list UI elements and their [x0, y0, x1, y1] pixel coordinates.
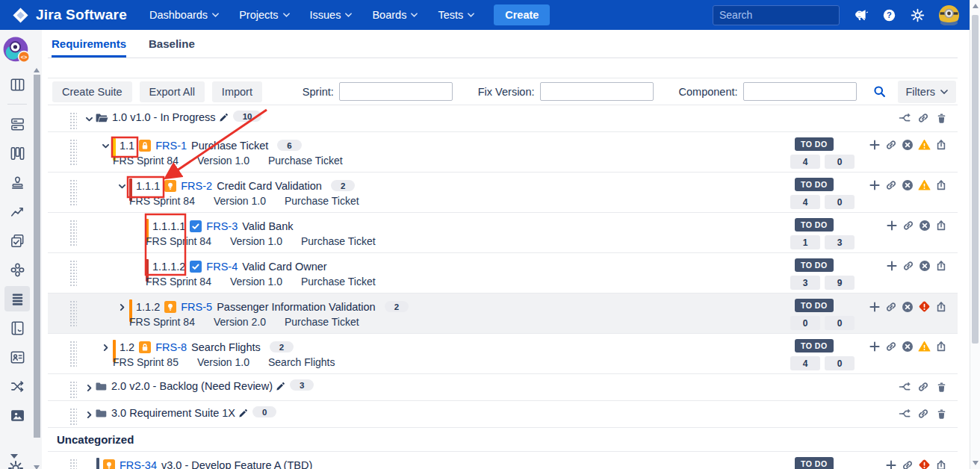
sprint-input[interactable] — [339, 82, 453, 101]
create-child-button[interactable] — [899, 381, 911, 393]
link-button[interactable] — [885, 179, 897, 191]
delete-button[interactable] — [936, 409, 947, 420]
sidebar-item-notebook[interactable] — [4, 315, 30, 341]
sidebar-item-queue[interactable] — [4, 111, 30, 137]
sidebar-scrollbar-thumb[interactable] — [34, 75, 40, 438]
link-button[interactable] — [902, 260, 914, 272]
error-button[interactable] — [918, 300, 931, 313]
sidebar-item-checklist[interactable] — [4, 228, 30, 253]
issue-key-link[interactable]: FRS-1 — [155, 140, 187, 152]
tab-requirements[interactable]: Requirements — [52, 37, 126, 58]
add-issue-button[interactable] — [885, 459, 897, 469]
nav-tests[interactable]: Tests — [438, 9, 474, 21]
fix-version-input[interactable] — [540, 82, 654, 101]
drag-handle[interactable] — [69, 219, 77, 247]
status-badge[interactable]: TO DO — [795, 457, 834, 469]
remove-button[interactable] — [902, 179, 914, 191]
export-button[interactable] — [935, 220, 947, 232]
link-button[interactable] — [917, 381, 929, 393]
add-issue-button[interactable] — [869, 179, 881, 191]
issue-key-link[interactable]: FRS-34 — [120, 459, 157, 469]
sidebar-more-caret[interactable] — [10, 454, 18, 459]
status-badge[interactable]: TO DO — [795, 218, 834, 232]
sidebar-gear-icon[interactable] — [7, 460, 24, 469]
add-issue-button[interactable] — [886, 260, 898, 272]
issue-key-link[interactable]: FRS-3 — [206, 220, 238, 232]
help-icon[interactable]: ? — [882, 8, 896, 22]
status-badge[interactable]: TO DO — [795, 178, 834, 191]
sidebar-item-clover[interactable] — [4, 257, 30, 282]
filter-search-icon[interactable] — [873, 85, 886, 98]
add-issue-button[interactable] — [869, 301, 881, 313]
link-button[interactable] — [902, 220, 914, 232]
remove-button[interactable] — [902, 139, 914, 151]
user-avatar[interactable] — [939, 5, 959, 25]
drag-handle[interactable] — [69, 259, 77, 288]
expand-toggle[interactable] — [99, 139, 111, 152]
issue-key-link[interactable]: FRS-2 — [181, 180, 212, 192]
component-input[interactable] — [743, 82, 857, 101]
add-issue-button[interactable] — [886, 220, 898, 232]
expand-toggle[interactable] — [83, 381, 95, 394]
create-suite-button[interactable]: Create Suite — [52, 81, 132, 102]
export-all-button[interactable]: Export All — [140, 81, 205, 102]
drag-handle[interactable] — [69, 138, 77, 167]
sidebar-item-shuffle[interactable] — [4, 373, 30, 399]
nav-dashboards[interactable]: Dashboards — [149, 9, 219, 21]
add-issue-button[interactable] — [869, 341, 881, 352]
project-avatar[interactable]: <> — [2, 36, 31, 64]
issue-key-link[interactable]: FRS-4 — [206, 261, 238, 273]
delete-button[interactable] — [936, 382, 947, 393]
filters-button[interactable]: Filters — [898, 81, 956, 103]
sidebar-scrollbar[interactable] — [33, 64, 41, 469]
warning-button[interactable] — [918, 139, 931, 151]
status-badge[interactable]: TO DO — [795, 339, 834, 352]
sidebar-item-image[interactable] — [4, 403, 30, 428]
drag-handle[interactable] — [69, 458, 77, 469]
edit-suite-icon[interactable] — [218, 113, 229, 123]
sidebar-item-list[interactable] — [4, 286, 30, 311]
status-badge[interactable]: TO DO — [795, 299, 834, 312]
nav-projects[interactable]: Projects — [239, 9, 289, 21]
export-button[interactable] — [935, 341, 947, 352]
tab-baseline[interactable]: Baseline — [149, 37, 195, 58]
status-badge[interactable]: TO DO — [795, 137, 834, 151]
link-button[interactable] — [917, 112, 929, 124]
expand-toggle[interactable] — [83, 112, 95, 125]
gear-icon[interactable] — [911, 8, 925, 22]
create-child-button[interactable] — [899, 408, 911, 420]
issue-key-link[interactable]: FRS-5 — [181, 301, 212, 313]
page-scrollbar[interactable] — [970, 0, 980, 469]
expand-toggle[interactable] — [116, 179, 128, 193]
remove-button[interactable] — [919, 260, 931, 272]
nav-boards[interactable]: Boards — [372, 9, 418, 21]
create-button[interactable]: Create — [494, 4, 550, 25]
drag-handle[interactable] — [69, 380, 77, 398]
expand-toggle[interactable] — [99, 341, 111, 354]
link-button[interactable] — [885, 341, 897, 352]
sidebar-item-stamp[interactable] — [4, 170, 30, 195]
sidebar-item-id-card[interactable] — [4, 344, 30, 370]
import-button[interactable]: Import — [212, 81, 262, 102]
add-issue-button[interactable] — [869, 139, 881, 151]
issue-key-link[interactable]: FRS-8 — [155, 341, 187, 353]
error-button[interactable] — [918, 459, 931, 469]
page-scrollbar-thumb[interactable] — [972, 15, 979, 344]
drag-handle[interactable] — [69, 178, 77, 207]
expand-toggle[interactable] — [116, 300, 128, 314]
remove-button[interactable] — [919, 220, 931, 232]
export-button[interactable] — [935, 179, 947, 191]
edit-suite-icon[interactable] — [275, 382, 285, 392]
nav-issues[interactable]: Issues — [310, 9, 353, 21]
export-button[interactable] — [935, 139, 947, 151]
drag-handle[interactable] — [69, 340, 77, 368]
warning-button[interactable] — [918, 179, 931, 191]
announcements-icon[interactable] — [854, 8, 868, 22]
sidebar-item-boards[interactable] — [4, 72, 30, 97]
export-button[interactable] — [935, 459, 947, 469]
sidebar-item-columns[interactable] — [4, 140, 30, 166]
remove-button[interactable] — [902, 341, 914, 352]
export-button[interactable] — [935, 301, 947, 313]
drag-handle[interactable] — [69, 299, 77, 328]
link-button[interactable] — [902, 459, 914, 469]
